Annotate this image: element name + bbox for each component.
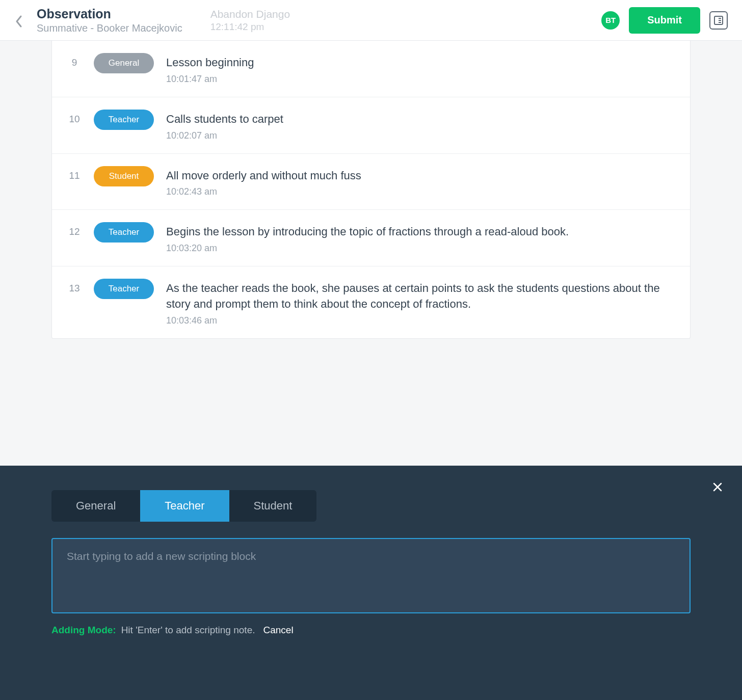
- note-number: 11: [67, 166, 82, 181]
- back-button[interactable]: [14, 14, 26, 26]
- title-block: Observation Summative - Booker Macejkovi…: [37, 6, 182, 35]
- tab-student[interactable]: Student: [229, 490, 317, 522]
- tab-teacher[interactable]: Teacher: [140, 490, 229, 522]
- note-tag[interactable]: Teacher: [94, 279, 154, 299]
- page-title: Observation: [37, 6, 182, 21]
- side-panel-toggle[interactable]: [709, 11, 728, 30]
- mode-label: Adding Mode:: [51, 625, 116, 636]
- note-body: Calls students to carpet 10:02:07 am: [166, 110, 678, 141]
- submit-button[interactable]: Submit: [629, 7, 700, 34]
- note-row[interactable]: 10 Teacher Calls students to carpet 10:0…: [52, 97, 690, 153]
- previous-note-text: Abandon Django: [210, 8, 290, 20]
- note-text: Calls students to carpet: [166, 112, 678, 127]
- note-tag[interactable]: Teacher: [94, 110, 154, 130]
- main-content: 9 General Lesson beginning 10:01:47 am 1…: [0, 41, 742, 339]
- note-row[interactable]: 12 Teacher Begins the lesson by introduc…: [52, 209, 690, 266]
- note-tag[interactable]: General: [94, 53, 154, 73]
- avatar[interactable]: BT: [601, 11, 620, 30]
- cancel-link[interactable]: Cancel: [263, 625, 293, 636]
- mode-line: Adding Mode: Hit 'Enter' to add scriptin…: [51, 625, 691, 636]
- note-number: 13: [67, 279, 82, 294]
- note-time: 10:02:43 am: [166, 186, 678, 197]
- note-time: 10:03:20 am: [166, 243, 678, 254]
- note-body: Lesson beginning 10:01:47 am: [166, 53, 678, 85]
- scripting-input[interactable]: [51, 538, 691, 613]
- close-drawer-button[interactable]: [712, 481, 723, 495]
- previous-note-preview: Abandon Django 12:11:42 pm: [210, 8, 290, 33]
- note-row[interactable]: 13 Teacher As the teacher reads the book…: [52, 266, 690, 338]
- note-body: All move orderly and without much fuss 1…: [166, 166, 678, 198]
- note-text: As the teacher reads the book, she pause…: [166, 281, 678, 312]
- note-row[interactable]: 11 Student All move orderly and without …: [52, 153, 690, 210]
- note-number: 12: [67, 222, 82, 237]
- note-text: All move orderly and without much fuss: [166, 168, 678, 184]
- scripting-drawer: General Teacher Student Adding Mode: Hit…: [0, 466, 742, 700]
- previous-note-time: 12:11:42 pm: [210, 21, 290, 33]
- note-body: Begins the lesson by introducing the top…: [166, 222, 678, 254]
- note-tag[interactable]: Teacher: [94, 222, 154, 243]
- note-time: 10:01:47 am: [166, 74, 678, 85]
- notes-icon: [713, 15, 724, 25]
- chevron-left-icon: [14, 14, 23, 29]
- close-icon: [712, 482, 723, 492]
- mode-hint: Hit 'Enter' to add scripting note.: [121, 625, 255, 636]
- tag-tabs: General Teacher Student: [51, 490, 691, 522]
- note-time: 10:03:46 am: [166, 315, 678, 326]
- note-text: Lesson beginning: [166, 55, 678, 71]
- note-tag[interactable]: Student: [94, 166, 154, 186]
- notes-panel: 9 General Lesson beginning 10:01:47 am 1…: [51, 41, 691, 339]
- note-text: Begins the lesson by introducing the top…: [166, 224, 678, 240]
- note-time: 10:02:07 am: [166, 130, 678, 141]
- note-number: 10: [67, 110, 82, 125]
- page-header: Observation Summative - Booker Macejkovi…: [0, 0, 742, 41]
- page-subtitle: Summative - Booker Macejkovic: [37, 21, 182, 35]
- note-body: As the teacher reads the book, she pause…: [166, 279, 678, 326]
- note-number: 9: [67, 53, 82, 68]
- note-row[interactable]: 9 General Lesson beginning 10:01:47 am: [52, 41, 690, 97]
- tab-general[interactable]: General: [51, 490, 140, 522]
